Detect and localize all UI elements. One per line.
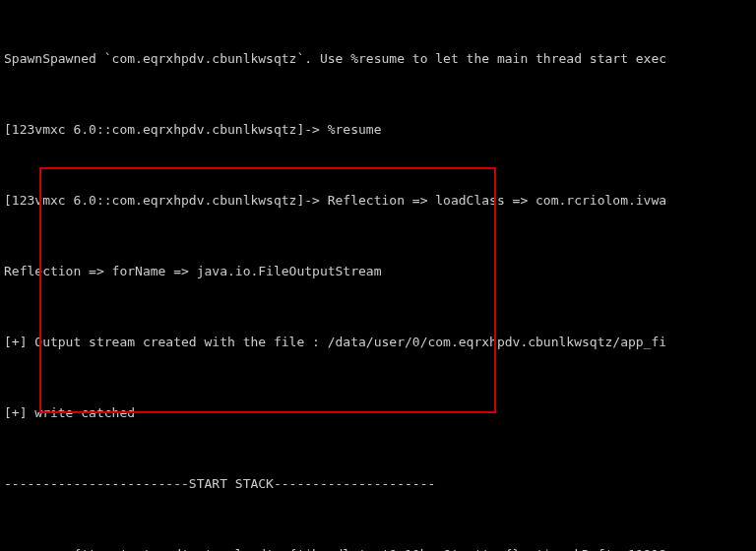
output-line: SpawnSpawned `com.eqrxhpdv.cbunlkwsqtz`.…: [4, 47, 752, 71]
output-line: [123vmxc 6.0::com.eqrxhpdv.cbunlkwsqtz]-…: [4, 118, 752, 142]
output-line: Reflection => forName => java.io.FileOut…: [4, 260, 752, 283]
output-line: [+] Output stream created with the file …: [4, 331, 752, 354]
output-line: [123vmxc 6.0::com.eqrxhpdv.cbunlkwsqtz]-…: [4, 189, 752, 213]
output-line: ------------------------START STACK-----…: [4, 472, 752, 496]
output-line: message: {'type': 'send', 'payload': {'$…: [4, 543, 752, 551]
terminal-output[interactable]: SpawnSpawned `com.eqrxhpdv.cbunlkwsqtz`.…: [0, 0, 756, 551]
output-line: [+] write catched: [4, 401, 752, 425]
